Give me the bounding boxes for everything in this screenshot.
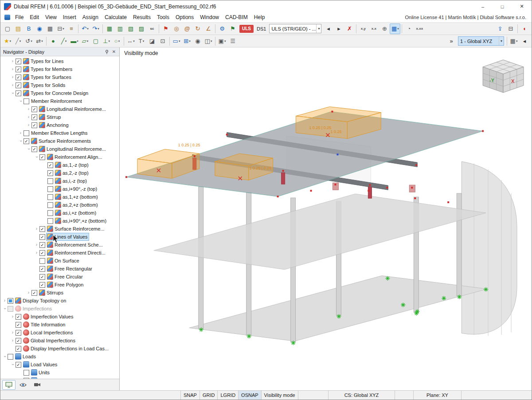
checkbox[interactable]: ✓: [39, 226, 45, 232]
chevron-down-icon[interactable]: ▾: [189, 39, 191, 43]
view-settings-icon[interactable]: ▦▾: [509, 36, 519, 47]
menu-insert[interactable]: Insert: [60, 13, 79, 22]
send-model-icon[interactable]: ⇪: [495, 24, 505, 34]
zoom-values-icon[interactable]: ◔: [403, 24, 414, 34]
checkbox[interactable]: ✓: [16, 362, 21, 368]
expander-icon[interactable]: ›: [27, 147, 31, 152]
checkbox[interactable]: ✓: [16, 82, 21, 88]
previous-view-icon[interactable]: ◂: [519, 36, 530, 47]
chevron-down-icon[interactable]: ▾: [10, 39, 12, 43]
clipboard-icon[interactable]: ≡: [66, 24, 77, 34]
show-numbering-icon[interactable]: x,y: [358, 24, 368, 34]
menu-view[interactable]: View: [42, 13, 60, 22]
minimize-button[interactable]: –: [473, 0, 493, 12]
expander-icon[interactable]: ›: [19, 139, 23, 144]
tree-item-as-2-z-bottom[interactable]: as,2,+z (bottom): [0, 201, 119, 209]
show-values-icon[interactable]: x.x: [368, 24, 379, 34]
graphics-viewport[interactable]: 1 0.25 | 0.25 1 0.25 | 0.25 1 0.25 | 0.2…: [120, 47, 532, 390]
tree-item-title-information[interactable]: ✓Title Information: [0, 321, 119, 329]
chevron-down-icon[interactable]: ▾: [179, 39, 180, 43]
tree-item-surface-reinforcements[interactable]: ›✓Surface Reinforcements: [0, 137, 119, 145]
expander-icon[interactable]: ›: [34, 243, 39, 247]
pin-icon[interactable]: [103, 48, 110, 55]
snap-settings-icon[interactable]: ★▾: [2, 36, 13, 47]
chevron-down-icon[interactable]: ▾: [63, 27, 64, 31]
osnap-toggle[interactable]: OSNAP: [239, 391, 262, 400]
expander-icon[interactable]: ›: [11, 362, 15, 367]
expander-icon[interactable]: ›: [3, 306, 7, 311]
tree-item-reinforcement-directi[interactable]: ›✓Reinforcement Directi...: [0, 249, 119, 257]
load-display-icon[interactable]: ⚑: [160, 24, 171, 34]
tree-item-types-for-solids[interactable]: ›✓Types for Solids: [0, 81, 119, 89]
expander-icon[interactable]: ›: [26, 123, 31, 127]
edit-rotate-icon[interactable]: ↺▾: [23, 36, 34, 47]
checkbox[interactable]: ✓: [39, 234, 45, 240]
chevron-down-icon[interactable]: ▾: [118, 39, 120, 43]
tree-item-as-i-z-top[interactable]: as,i,-z (top): [0, 177, 119, 185]
tree-item-reinforcement-sche[interactable]: ›✓Reinforcement Sche...: [0, 241, 119, 249]
chevron-down-icon[interactable]: ▾: [224, 39, 226, 43]
close-button[interactable]: ✕: [512, 0, 532, 12]
expander-icon[interactable]: ›: [10, 314, 15, 319]
checkbox[interactable]: ✓: [16, 338, 21, 344]
checkbox[interactable]: ✓: [39, 154, 45, 160]
menu-cad-bim[interactable]: CAD-BIM: [222, 13, 251, 22]
show-axes-icon[interactable]: ⊕: [379, 24, 390, 34]
checkbox[interactable]: ✓: [16, 314, 21, 320]
tree-item-as-1-z-top[interactable]: ✓as,1,-z (top): [0, 161, 119, 169]
chevron-down-icon[interactable]: ▾: [31, 39, 32, 43]
new-surface-icon[interactable]: ▱▾: [80, 36, 90, 47]
tree-item-free-circular[interactable]: ✓Free Circular: [0, 273, 119, 281]
chevron-down-icon[interactable]: ▾: [20, 39, 21, 43]
new-member-icon[interactable]: ▬▾: [69, 36, 80, 47]
chevron-down-icon[interactable]: ▾: [87, 27, 89, 31]
maximize-button[interactable]: □: [493, 0, 512, 12]
tables-model-icon[interactable]: ▦: [104, 24, 115, 34]
menu-file[interactable]: File: [12, 13, 27, 22]
delete-results-icon[interactable]: ✗: [344, 24, 355, 34]
checkbox[interactable]: ✓: [16, 346, 21, 352]
checkbox[interactable]: ✓: [39, 282, 45, 288]
visibility-by-object-icon[interactable]: ◉: [192, 36, 203, 47]
checkbox[interactable]: ✓: [31, 122, 37, 128]
checkbox[interactable]: ✓: [23, 138, 29, 144]
tree-item-surface-reinforceme[interactable]: ›✓Surface Reinforceme...: [0, 225, 119, 233]
expander-icon[interactable]: ›: [11, 91, 15, 96]
dlubal-center-icon[interactable]: ◉: [34, 24, 45, 34]
dimension-icon[interactable]: ↔▾: [125, 36, 136, 47]
expander-icon[interactable]: ›: [10, 75, 15, 79]
tree-item-imperfection-values[interactable]: ›✓Imperfection Values: [0, 313, 119, 321]
select-rectangle-icon[interactable]: ▭▾: [171, 36, 182, 47]
tree-item-on-surface[interactable]: On Surface: [0, 257, 119, 265]
snap-toggle[interactable]: SNAP: [181, 391, 200, 400]
checkbox[interactable]: [23, 98, 29, 104]
expander-icon[interactable]: ›: [2, 298, 7, 303]
tree-item-display-topology-on[interactable]: ›Display Topology on: [0, 297, 119, 305]
rendering-icon[interactable]: ▣▾: [217, 36, 227, 47]
tree-item-stirrup[interactable]: ›✓Stirrup: [0, 113, 119, 121]
menu-help[interactable]: Help: [251, 13, 268, 22]
expander-icon[interactable]: ›: [10, 59, 15, 63]
checkbox[interactable]: ✓: [16, 330, 21, 336]
chevron-down-icon[interactable]: ▾: [143, 39, 145, 43]
undo-icon[interactable]: ↶▾: [80, 24, 90, 34]
redo-icon[interactable]: ↷▾: [90, 24, 101, 34]
checkbox[interactable]: [8, 354, 13, 360]
guidelines-icon[interactable]: ╱▾: [13, 36, 23, 47]
menu-edit[interactable]: Edit: [27, 13, 42, 22]
tree-item-global-imperfections[interactable]: ›✓Global Imperfections: [0, 337, 119, 345]
design-situation-combo[interactable]: ULS (STR/GEO) - ...▾: [269, 24, 321, 33]
print-graphic-icon[interactable]: ⊟: [505, 24, 516, 34]
chevron-down-icon[interactable]: ▾: [87, 39, 89, 43]
tree-item-loads[interactable]: ›Loads: [0, 353, 119, 361]
toolbar-overflow-icon[interactable]: »: [446, 36, 457, 47]
new-hinge-icon[interactable]: ○▾: [112, 36, 122, 47]
tree-item-load-values[interactable]: ›✓Load Values: [0, 361, 119, 369]
expander-icon[interactable]: ›: [34, 227, 39, 231]
chevron-down-icon[interactable]: ▾: [133, 39, 135, 43]
expander-icon[interactable]: ›: [10, 338, 15, 343]
expander-icon[interactable]: ›: [10, 67, 15, 71]
new-node-icon[interactable]: ●: [48, 36, 59, 47]
coordinate-system-combo[interactable]: 1 - Global XYZ▾: [458, 36, 504, 46]
chevron-down-icon[interactable]: ▾: [108, 39, 110, 43]
